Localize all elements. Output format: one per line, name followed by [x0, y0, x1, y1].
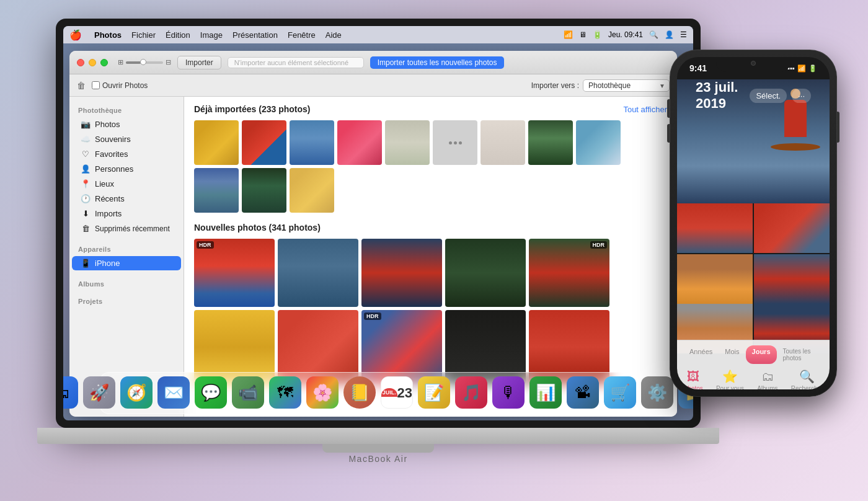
albums-section-label: Albums	[69, 275, 184, 290]
dock-safari[interactable]: 🧭	[120, 376, 153, 409]
iphone-tab-search[interactable]: 🔍 Rechercher	[791, 369, 823, 389]
menu-aide[interactable]: Aide	[326, 30, 342, 40]
photo-thumb[interactable]: HDR	[194, 239, 275, 307]
sidebar-item-recents[interactable]: 🕐 Récents	[72, 192, 181, 206]
photo-thumb-dots	[433, 120, 477, 165]
photo-thumb[interactable]	[480, 120, 525, 165]
sidebar-item-imports[interactable]: ⬇ Imports	[72, 206, 181, 221]
macbook-foot	[322, 444, 434, 453]
dock-appstore[interactable]: 🛒	[604, 376, 636, 409]
dock-podcasts[interactable]: 🎙	[492, 376, 525, 409]
photo-thumb[interactable]	[194, 120, 239, 165]
menubar-right: 📶 🖥 🔋 Jeu. 09:41 🔍 👤 ☰	[564, 30, 687, 39]
dock-maps[interactable]: 🗺	[269, 376, 301, 409]
dock-music[interactable]: 🎵	[455, 376, 487, 409]
import-button[interactable]: Importer	[177, 56, 221, 69]
tab-mois[interactable]: Mois	[719, 345, 745, 364]
photo-thumb[interactable]	[242, 168, 286, 213]
iphone-power-button[interactable]	[837, 112, 839, 143]
sidebar-item-souvenirs[interactable]: ☁️ Souvenirs	[72, 132, 181, 146]
photo-thumb[interactable]	[528, 120, 573, 165]
macbook-bezel: 🍎 Photos Fichier Édition Image Présentat…	[56, 19, 701, 428]
minimize-button[interactable]	[89, 59, 96, 66]
tab-jours[interactable]: Jours	[746, 345, 777, 364]
photo-thumb[interactable]	[242, 120, 286, 165]
toolbar-row2: 🗑 Ouvrir Photos Importer vers : Photothè…	[69, 74, 677, 97]
dock-system-prefs[interactable]: ⚙️	[641, 376, 673, 409]
import-all-button[interactable]: Importer toutes les nouvelles photos	[370, 56, 505, 69]
sidebar-item-favorites[interactable]: ♡ Favorites	[72, 147, 181, 161]
dock-messages[interactable]: 💬	[195, 376, 227, 409]
dock-finder[interactable]: 🗂	[63, 376, 78, 409]
menu-image[interactable]: Image	[200, 30, 223, 40]
already-imported-title: Déjà importées (233 photos)	[194, 104, 311, 114]
trash-icon[interactable]: 🗑	[77, 81, 86, 91]
sidebar-item-iphone[interactable]: 📱 iPhone	[72, 256, 181, 270]
dock-numbers[interactable]: 📊	[529, 376, 562, 409]
sidebar-item-personnes[interactable]: 👤 Personnes	[72, 162, 181, 176]
tab-annees[interactable]: Années	[683, 345, 719, 364]
dock-facetime[interactable]: 📹	[232, 376, 264, 409]
sidebar-item-lieux[interactable]: 📍 Lieux	[72, 177, 181, 191]
photo-thumb[interactable]	[385, 120, 430, 165]
macbook: 🍎 Photos Fichier Édition Image Présentat…	[37, 19, 719, 471]
iphone-volume-up[interactable]	[667, 99, 670, 118]
iphone-tab-foryou[interactable]: ⭐ Pour vous	[716, 369, 744, 389]
menu-fenetre[interactable]: Fenêtre	[288, 30, 316, 40]
dock-keynote[interactable]: 📽	[567, 376, 599, 409]
open-photos-checkbox-area[interactable]: Ouvrir Photos	[92, 81, 148, 90]
photo-thumb[interactable]: HDR	[529, 239, 609, 307]
new-photos-grid: HDR HDR HDR	[194, 239, 667, 384]
close-button[interactable]	[77, 59, 84, 66]
photo-thumb[interactable]	[445, 239, 526, 307]
iphone-select-button[interactable]: Sélect.	[750, 89, 787, 103]
iphone-grid-photo[interactable]	[754, 254, 830, 304]
user-icon[interactable]: 👤	[665, 30, 674, 39]
iphone-tab-photos[interactable]: 🖼 Photos	[684, 370, 703, 390]
maximize-button[interactable]	[100, 59, 108, 66]
see-all-button[interactable]: Tout afficher	[623, 105, 667, 114]
photo-thumb[interactable]	[290, 168, 334, 213]
iphone-volume-down[interactable]	[667, 124, 670, 143]
iphone-photos-tab-icon: 🖼	[687, 370, 699, 384]
open-photos-checkbox[interactable]	[92, 81, 100, 89]
iphone-tab-albums[interactable]: 🗂 Albums	[757, 370, 777, 390]
tab-all-photos[interactable]: Toutes les photos	[777, 345, 823, 364]
photo-thumb[interactable]	[278, 239, 358, 307]
dock-calendar[interactable]: JUIL. 23	[381, 376, 413, 409]
dock: 🗂 🚀 🧭 ✉️ 💬 📹 🗺 🌸 📒 JUIL. 23 📝 🎵 🎙	[99, 372, 657, 414]
sidebar-item-photos[interactable]: 📷 Photos	[72, 117, 181, 131]
sidebar-souvenirs-label: Souvenirs	[95, 135, 131, 144]
dock-photos[interactable]: 🌸	[306, 376, 339, 409]
app-name[interactable]: Photos	[94, 30, 122, 40]
new-photos-header: Nouvelles photos (341 photos)	[194, 223, 667, 233]
menu-fichier[interactable]: Fichier	[131, 30, 156, 40]
iphone-date: 23 juil. 2019	[696, 79, 750, 112]
macbook-label: MacBook Air	[37, 454, 719, 464]
dock-mail[interactable]: ✉️	[157, 376, 190, 409]
iphone-more-button[interactable]: ···	[792, 89, 811, 103]
iphone-grid-photo[interactable]	[754, 203, 830, 253]
phototheque-select[interactable]: Photothèque ▼	[583, 79, 670, 92]
photo-thumb[interactable]	[194, 168, 239, 213]
search-icon[interactable]: 🔍	[649, 30, 658, 39]
apple-menu-icon[interactable]: 🍎	[69, 29, 82, 41]
menu-presentation[interactable]: Présentation	[232, 30, 278, 40]
iphone-grid-photo[interactable]	[677, 203, 753, 253]
size-slider[interactable]: ⊞ ⊟	[118, 58, 171, 66]
photo-thumb[interactable]	[337, 120, 382, 165]
macbook-screen: 🍎 Photos Fichier Édition Image Présentat…	[63, 26, 693, 420]
photo-thumb[interactable]	[576, 120, 621, 165]
iphone-grid-photo[interactable]	[677, 254, 753, 304]
sidebar-item-supprimes[interactable]: 🗑 Supprimés récemment	[72, 221, 181, 236]
menu-edition[interactable]: Édition	[166, 30, 190, 40]
iphone-main-photo[interactable]: 23 juil. 2019 Sélect. ···	[677, 79, 830, 203]
dock-launchpad[interactable]: 🚀	[83, 376, 115, 409]
photo-thumb[interactable]	[361, 239, 442, 307]
dock-notes[interactable]: 📝	[418, 376, 450, 409]
photo-thumb[interactable]	[290, 120, 334, 165]
menubar-time: Jeu. 09:41	[608, 30, 643, 39]
menu-icon[interactable]: ☰	[680, 30, 687, 39]
dock-contacts[interactable]: 📒	[343, 376, 376, 409]
iphone-sidebar-icon: 📱	[81, 259, 91, 268]
